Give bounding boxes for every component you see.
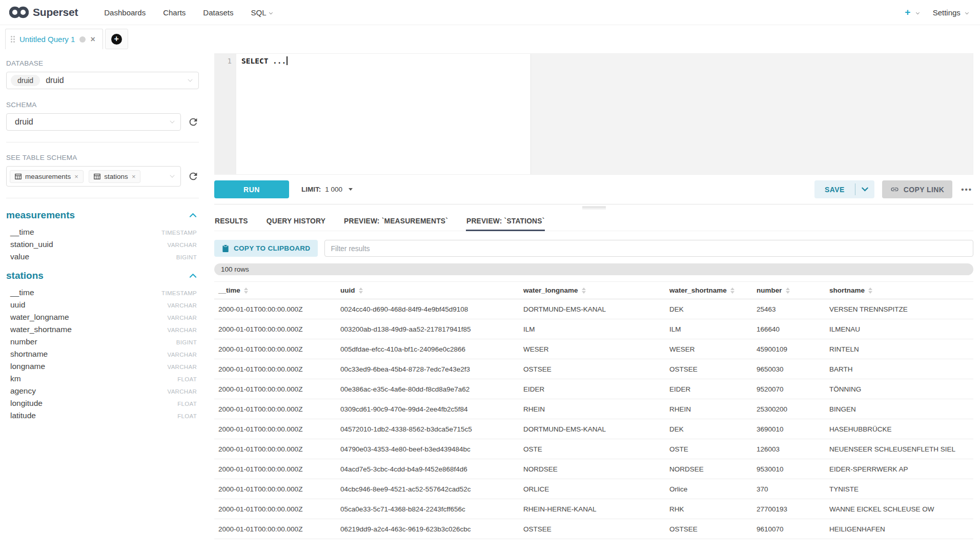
filter-results-input[interactable] bbox=[324, 240, 973, 257]
column-type: VARCHAR bbox=[168, 352, 197, 358]
remove-table-icon[interactable]: × bbox=[74, 173, 78, 180]
cell-number: 27700193 bbox=[752, 499, 825, 519]
table-tag-chip[interactable]: measurements × bbox=[10, 170, 84, 183]
results-tab[interactable]: PREVIEW: `STATIONS` bbox=[466, 213, 545, 231]
nav-menu-item[interactable]: Charts bbox=[154, 8, 194, 17]
cell-water-shortname: ILM bbox=[665, 319, 752, 339]
column-header[interactable]: number bbox=[752, 282, 825, 299]
table-row[interactable]: 2000-01-01T00:00:00.000Z 00c33ed9-6bea-4… bbox=[214, 359, 973, 379]
save-split-button[interactable]: SAVE bbox=[814, 180, 874, 198]
cell-number: 9530010 bbox=[752, 459, 825, 479]
schema-block-measurements: measurements __time TIMESTAMP stati bbox=[6, 210, 199, 263]
table-select[interactable]: measurements × bbox=[6, 166, 181, 187]
column-header[interactable]: shortname bbox=[825, 282, 973, 299]
nav-menu-item[interactable]: SQL bbox=[242, 8, 281, 17]
sort-icon[interactable] bbox=[359, 288, 363, 294]
column-name: water_shortname bbox=[10, 325, 72, 334]
results-tab[interactable]: PREVIEW: `MEASUREMENTS` bbox=[343, 213, 448, 231]
copy-to-clipboard-button[interactable]: COPY TO CLIPBOARD bbox=[214, 240, 318, 257]
table-row[interactable]: 2000-01-01T00:00:00.000Z 04cbc946-8ee9-4… bbox=[214, 479, 973, 499]
save-dropdown-button[interactable] bbox=[855, 180, 874, 198]
more-options-button[interactable]: ••• bbox=[960, 183, 973, 196]
cell-water-shortname: OSTE bbox=[665, 439, 752, 459]
plus-icon: + bbox=[111, 34, 122, 45]
column-name: km bbox=[10, 374, 21, 383]
column-row: station_uuid VARCHAR bbox=[6, 238, 199, 251]
table-row[interactable]: 2000-01-01T00:00:00.000Z 06219dd9-a2c4-4… bbox=[214, 519, 973, 539]
limit-dropdown[interactable]: LIMIT: 1 000 bbox=[301, 186, 353, 193]
table-name-link[interactable]: measurements bbox=[6, 210, 75, 221]
cell-time: 2000-01-01T00:00:00.000Z bbox=[214, 339, 336, 359]
nav-menu-item[interactable]: Dashboards bbox=[95, 8, 154, 17]
results-tab[interactable]: QUERY HISTORY bbox=[266, 213, 326, 231]
results-tab[interactable]: RESULTS bbox=[214, 213, 249, 231]
cell-water-longname: OSTSEE bbox=[519, 519, 665, 539]
cell-water-longname: NORDSEE bbox=[519, 459, 665, 479]
drag-grip-icon[interactable] bbox=[11, 36, 15, 43]
copy-link-button[interactable]: COPY LINK bbox=[882, 180, 953, 198]
sql-editor[interactable]: 1 SELECT ... bbox=[214, 53, 973, 175]
save-button[interactable]: SAVE bbox=[814, 180, 855, 198]
cell-water-shortname: OSTSEE bbox=[665, 359, 752, 379]
cell-water-longname: WESER bbox=[519, 339, 665, 359]
table-row[interactable]: 2000-01-01T00:00:00.000Z 00e386ac-e35c-4… bbox=[214, 379, 973, 399]
table-name-link[interactable]: stations bbox=[6, 270, 44, 281]
close-tab-icon[interactable]: × bbox=[90, 35, 95, 44]
results-controls: COPY TO CLIPBOARD bbox=[214, 240, 973, 257]
table-row[interactable]: 2000-01-01T00:00:00.000Z 04572010-1db2-4… bbox=[214, 419, 973, 439]
column-type: BIGINT bbox=[176, 339, 197, 345]
query-tab-active[interactable]: Untitled Query 1 × bbox=[5, 29, 103, 49]
column-name: agency bbox=[10, 386, 36, 396]
column-name: water_longname bbox=[10, 313, 69, 322]
pane-resize-handle[interactable] bbox=[582, 206, 606, 210]
superset-logo[interactable]: Superset bbox=[9, 6, 78, 19]
collapse-chevron-icon[interactable] bbox=[189, 273, 197, 278]
cell-uuid: 00e386ac-e35c-4a6e-80dd-f8cd8a9e7a62 bbox=[336, 379, 519, 399]
column-header[interactable]: water_shortname bbox=[665, 282, 752, 299]
schema-select[interactable]: druid bbox=[6, 113, 181, 131]
collapse-chevron-icon[interactable] bbox=[189, 213, 197, 218]
column-header[interactable]: uuid bbox=[336, 282, 519, 299]
new-query-tab-button[interactable]: + bbox=[105, 29, 128, 49]
column-row: __time TIMESTAMP bbox=[6, 286, 199, 299]
table-row[interactable]: 2000-01-01T00:00:00.000Z 0309cd61-90c9-4… bbox=[214, 399, 973, 419]
cell-time: 2000-01-01T00:00:00.000Z bbox=[214, 299, 336, 319]
nav-menu-item[interactable]: Datasets bbox=[194, 8, 242, 17]
column-type: FLOAT bbox=[177, 413, 197, 419]
column-row: water_shortname VARCHAR bbox=[6, 323, 199, 336]
table-row[interactable]: 2000-01-01T00:00:00.000Z 0024cc40-d690-4… bbox=[214, 299, 973, 319]
column-name: shortname bbox=[10, 350, 48, 359]
run-button[interactable]: RUN bbox=[214, 180, 289, 198]
sql-lab-app: Superset Dashboards Charts Datasets SQL … bbox=[0, 0, 980, 554]
column-name: latitude bbox=[10, 411, 36, 420]
database-label: DATABASE bbox=[6, 59, 199, 67]
table-row[interactable]: 2000-01-01T00:00:00.000Z 003200ab-d138-4… bbox=[214, 319, 973, 339]
new-item-button[interactable]: + bbox=[905, 7, 919, 18]
settings-menu[interactable]: Settings bbox=[933, 8, 969, 17]
table-tag-chip[interactable]: stations × bbox=[89, 170, 140, 183]
cell-time: 2000-01-01T00:00:00.000Z bbox=[214, 459, 336, 479]
column-row: uuid VARCHAR bbox=[6, 299, 199, 311]
column-list: __time TIMESTAMP uuid VARCHAR water_long… bbox=[6, 286, 199, 422]
column-row: km FLOAT bbox=[6, 373, 199, 385]
table-row[interactable]: 2000-01-01T00:00:00.000Z 05ca0e33-5c71-4… bbox=[214, 499, 973, 519]
pane-resize-row bbox=[214, 204, 973, 211]
database-select[interactable]: druid druid bbox=[6, 72, 199, 89]
table-row[interactable]: 2000-01-01T00:00:00.000Z 04790e03-4353-4… bbox=[214, 439, 973, 459]
row-count-badge: 100 rows bbox=[214, 263, 973, 275]
refresh-schema-icon[interactable] bbox=[188, 116, 199, 128]
sort-icon[interactable] bbox=[868, 288, 872, 294]
sort-icon[interactable] bbox=[786, 288, 790, 294]
table-row[interactable]: 2000-01-01T00:00:00.000Z 005dfdae-efcc-4… bbox=[214, 339, 973, 359]
remove-table-icon[interactable]: × bbox=[132, 173, 136, 180]
sort-icon[interactable] bbox=[730, 288, 734, 294]
content-area: DATABASE druid druid SCHEMA druid bbox=[0, 49, 980, 554]
sort-icon[interactable] bbox=[582, 288, 586, 294]
column-header[interactable]: water_longname bbox=[519, 282, 665, 299]
refresh-tables-icon[interactable] bbox=[188, 171, 199, 182]
column-header[interactable]: __time bbox=[214, 282, 336, 299]
cell-water-longname: OSTE bbox=[519, 439, 665, 459]
table-row[interactable]: 2000-01-01T00:00:00.000Z 04acd7e5-3cbc-4… bbox=[214, 459, 973, 479]
sort-icon[interactable] bbox=[244, 288, 248, 294]
cell-time: 2000-01-01T00:00:00.000Z bbox=[214, 479, 336, 499]
